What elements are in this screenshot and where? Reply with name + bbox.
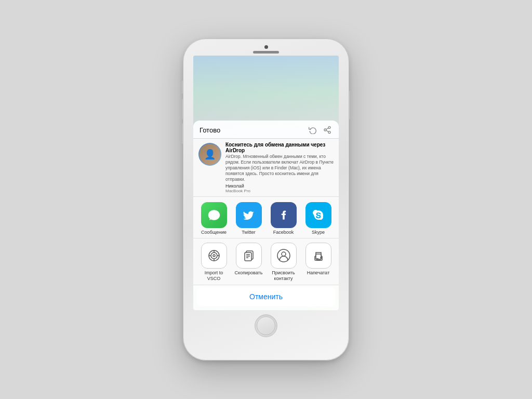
action-item-vsco[interactable]: Import to VSCO xyxy=(197,243,230,282)
print-label: Напечатат xyxy=(307,270,330,276)
airdrop-info: Коснитесь для обмена данными через AirDr… xyxy=(225,142,334,193)
svg-point-0 xyxy=(328,127,330,129)
app-item-messages[interactable]: Сообщение xyxy=(197,202,230,235)
share-icon[interactable] xyxy=(322,125,332,135)
copy-icon xyxy=(236,243,262,269)
svg-point-18 xyxy=(277,249,290,262)
avatar-face: 👤 xyxy=(200,144,220,165)
airdrop-section: 👤 Коснитесь для обмена данными через Air… xyxy=(193,139,339,197)
svg-rect-13 xyxy=(245,252,251,261)
header-icons xyxy=(308,125,332,135)
share-header: Готово xyxy=(193,121,339,139)
messages-label: Сообщение xyxy=(201,230,227,235)
share-sheet: Готово xyxy=(193,121,339,310)
rotate-icon[interactable] xyxy=(308,125,318,135)
app-item-twitter[interactable]: Twitter xyxy=(232,202,265,235)
home-button[interactable] xyxy=(255,314,277,337)
vsco-label: Import to VSCO xyxy=(197,270,230,282)
speaker xyxy=(253,51,279,54)
mute-button xyxy=(182,81,183,94)
airdrop-avatar: 👤 xyxy=(198,143,221,166)
svg-line-4 xyxy=(326,128,329,130)
cancel-button[interactable]: Отменить xyxy=(196,287,336,306)
phone-frame: Готово xyxy=(183,38,349,361)
contact-label: Присвоить контакту xyxy=(267,270,300,282)
airdrop-device: MacBook Pro xyxy=(225,189,334,193)
power-button xyxy=(349,91,350,119)
facebook-icon xyxy=(271,202,297,228)
action-item-print[interactable]: Напечатат xyxy=(302,243,335,282)
app-item-skype[interactable]: Skype xyxy=(302,202,335,235)
screen-gradient xyxy=(193,56,339,128)
svg-point-21 xyxy=(321,257,322,258)
airdrop-title: Коснитесь для обмена данными через AirDr… xyxy=(225,142,334,153)
svg-point-6 xyxy=(211,252,217,259)
svg-line-3 xyxy=(326,130,329,132)
vsco-icon xyxy=(201,243,227,269)
messages-icon xyxy=(201,202,227,228)
skype-icon xyxy=(305,202,331,228)
screen: Готово xyxy=(193,56,339,310)
svg-point-2 xyxy=(328,131,330,134)
copy-label: Скопировать xyxy=(235,270,263,276)
svg-point-17 xyxy=(282,252,286,256)
action-item-copy[interactable]: Скопировать xyxy=(232,243,265,282)
twitter-label: Twitter xyxy=(242,230,256,235)
facebook-label: Facebook xyxy=(273,230,294,235)
front-camera xyxy=(264,45,268,49)
app-item-facebook[interactable]: Facebook xyxy=(267,202,300,235)
airdrop-username: Николай xyxy=(225,183,334,189)
action-item-contact[interactable]: Присвоить контакту xyxy=(267,243,300,282)
volume-down-button xyxy=(182,123,183,144)
airdrop-description: AirDrop. Мгновенный обмен данными с теми… xyxy=(225,154,334,182)
done-button[interactable]: Готово xyxy=(200,126,220,134)
contact-icon xyxy=(271,243,297,269)
action-row: Import to VSCO Скопировать xyxy=(193,238,339,285)
skype-label: Skype xyxy=(312,230,325,235)
svg-point-1 xyxy=(324,129,326,131)
print-icon xyxy=(305,243,331,269)
svg-point-7 xyxy=(213,255,215,257)
volume-up-button xyxy=(182,99,183,119)
twitter-icon xyxy=(236,202,262,228)
phone-top xyxy=(183,39,349,54)
home-button-inner xyxy=(257,316,275,335)
app-row: Сообщение Twitter xyxy=(193,197,339,238)
